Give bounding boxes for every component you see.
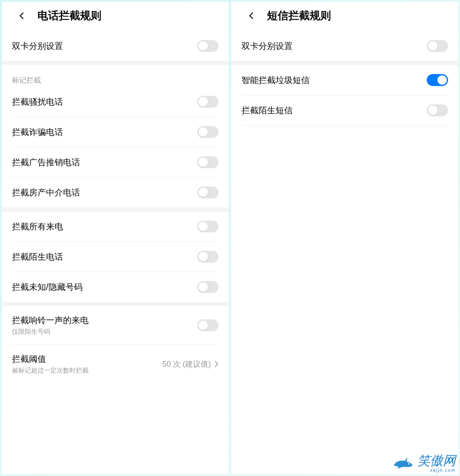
header: 短信拦截规则: [231, 2, 458, 31]
call-rules-panel: 电话拦截规则 双卡分别设置 标记拦截 拦截骚扰电话 拦截诈骗电话 拦截广告推销电…: [2, 2, 229, 474]
page-title: 电话拦截规则: [37, 9, 101, 23]
row-unknown[interactable]: 拦截未知/隐藏号码: [2, 272, 229, 302]
row-sublabel: 被标记超过一定次数时拦截: [12, 367, 89, 375]
row-label: 拦截未知/隐藏号码: [12, 281, 83, 293]
toggle-fraud[interactable]: [197, 126, 218, 138]
row-label: 拦截房产中介电话: [12, 187, 80, 198]
row-label: 拦截陌生短信: [242, 105, 293, 116]
section-gap: [2, 61, 229, 65]
row-estate[interactable]: 拦截房产中介电话: [2, 178, 229, 207]
watermark: 笑傲网 xajjn.com: [392, 452, 456, 473]
back-icon[interactable]: [246, 10, 258, 22]
row-label: 拦截广告推销电话: [12, 157, 80, 168]
toggle-ads[interactable]: [197, 156, 218, 168]
row-dual-sim-sms[interactable]: 双卡分别设置: [231, 31, 458, 61]
toggle-stranger[interactable]: [197, 251, 218, 263]
watermark-sub: xajjn.com: [430, 468, 456, 473]
section-gap: [2, 207, 229, 212]
row-sublabel: 仅限陌生号码: [12, 328, 89, 336]
section-gap: [2, 302, 229, 306]
toggle-estate[interactable]: [197, 186, 218, 198]
row-label: 拦截骚扰电话: [12, 96, 63, 108]
toggle-one-ring[interactable]: [197, 319, 218, 331]
row-label: 拦截阈值: [12, 353, 89, 365]
toggle-harass[interactable]: [197, 96, 218, 108]
row-label: 双卡分别设置: [242, 40, 293, 52]
row-one-ring[interactable]: 拦截响铃一声的来电 仅限陌生号码: [2, 306, 229, 344]
row-label: 双卡分别设置: [12, 40, 63, 52]
watermark-text: 笑傲网: [417, 452, 456, 470]
toggle-stranger-sms[interactable]: [427, 104, 448, 116]
row-dual-sim[interactable]: 双卡分别设置: [2, 31, 229, 61]
row-label: 拦截响铃一声的来电: [12, 315, 89, 326]
row-fraud[interactable]: 拦截诈骗电话: [2, 117, 229, 147]
row-stranger-sms[interactable]: 拦截陌生短信: [231, 95, 458, 125]
svg-point-0: [408, 463, 409, 465]
toggle-all-calls[interactable]: [197, 221, 218, 232]
sms-rules-panel: 短信拦截规则 双卡分别设置 智能拦截垃圾短信 拦截陌生短信: [231, 2, 458, 474]
threshold-value: 50 次 (建议值): [162, 359, 211, 369]
toggle-unknown[interactable]: [197, 281, 218, 293]
page-title: 短信拦截规则: [267, 9, 331, 23]
header: 电话拦截规则: [2, 2, 229, 31]
toggle-dual-sim-sms[interactable]: [427, 40, 448, 52]
row-ads[interactable]: 拦截广告推销电话: [2, 147, 229, 177]
row-all-calls[interactable]: 拦截所有来电: [2, 212, 229, 241]
back-icon[interactable]: [16, 10, 28, 22]
section-gap: [231, 61, 458, 65]
row-smart-spam[interactable]: 智能拦截垃圾短信: [231, 65, 458, 95]
threshold-value-container: 50 次 (建议值): [162, 359, 218, 369]
row-label: 拦截陌生电话: [12, 251, 63, 263]
toggle-smart-spam[interactable]: [427, 74, 448, 86]
chevron-right-icon: [214, 360, 218, 368]
row-label: 智能拦截垃圾短信: [242, 75, 310, 86]
row-stranger[interactable]: 拦截陌生电话: [2, 242, 229, 272]
toggle-dual-sim[interactable]: [197, 40, 218, 52]
row-label: 拦截所有来电: [12, 221, 63, 232]
row-threshold[interactable]: 拦截阈值 被标记超过一定次数时拦截 50 次 (建议值): [2, 345, 229, 383]
shark-icon: [392, 455, 414, 470]
section-header-mark: 标记拦截: [2, 65, 229, 87]
row-harass[interactable]: 拦截骚扰电话: [2, 87, 229, 117]
row-label: 拦截诈骗电话: [12, 126, 63, 138]
